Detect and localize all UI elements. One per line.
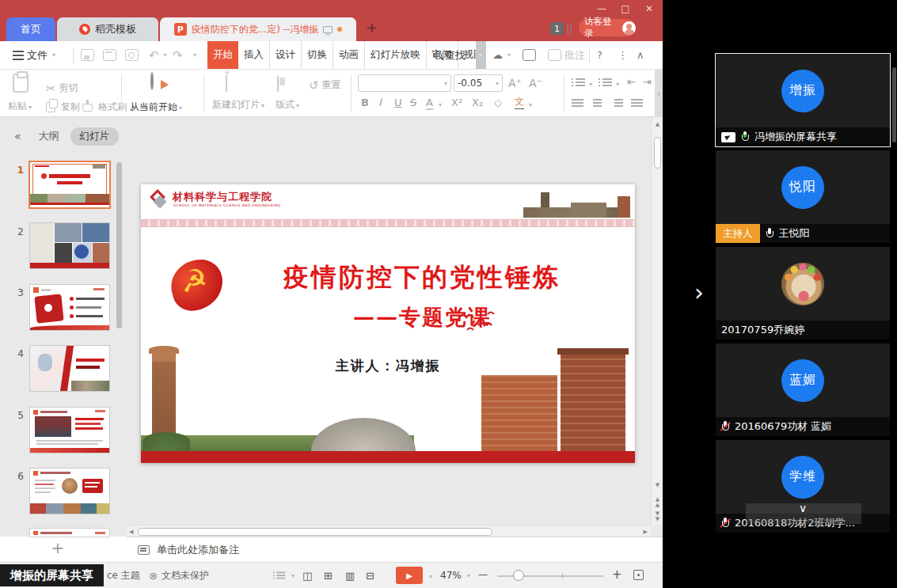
participant-tile-3[interactable]: 20170759乔婉婷 <box>716 247 890 340</box>
horizontal-scrollbar[interactable]: ◀ ▶ <box>127 525 651 537</box>
slideshow-view-icon[interactable]: ⊟ <box>366 570 374 582</box>
subscript-button[interactable]: X₂ <box>472 97 483 108</box>
zoom-level[interactable]: 47%▾ <box>440 563 470 588</box>
chevron-down-icon[interactable]: ▾ <box>429 573 432 580</box>
next-slide-icon[interactable]: ▼▼ <box>652 511 663 522</box>
guest-login-button[interactable]: 访客登录 <box>579 19 636 36</box>
participant-tile-4[interactable]: 蓝媚 20160679功材 蓝媚 <box>716 343 890 436</box>
toolbar-expand-button[interactable]: › <box>655 70 663 117</box>
comment-button[interactable]: 批注 <box>548 41 585 69</box>
maximize-button[interactable]: □ <box>618 3 633 14</box>
numbered-list-icon[interactable] <box>599 78 612 87</box>
normal-view-icon[interactable]: ◫ <box>302 570 312 582</box>
help-button[interactable]: ? <box>597 41 602 69</box>
slide-title[interactable]: 疫情防控下的党性锤炼 <box>236 260 608 295</box>
scrollbar-thumb[interactable] <box>138 528 492 536</box>
zoom-out-button[interactable]: — <box>478 569 488 580</box>
slide-thumbnail-1[interactable] <box>30 162 109 207</box>
tab-count-badge[interactable]: 1 <box>550 22 564 35</box>
ribbon-tabs-overflow-button[interactable]: › <box>476 41 486 69</box>
slide-thumbnail-2[interactable] <box>30 223 109 268</box>
phonetic-guide-button[interactable]: 文 <box>515 95 524 109</box>
minimize-button[interactable]: — <box>594 3 610 14</box>
zoom-slider-handle[interactable] <box>513 570 524 581</box>
panel-expand-icon[interactable]: › <box>694 279 704 306</box>
ribbon-tab-slideshow[interactable]: 幻灯片放映 <box>365 41 427 69</box>
collapse-pane-button[interactable]: « <box>14 130 21 142</box>
shrink-font-button[interactable]: A⁻ <box>529 77 542 89</box>
scroll-down-icon[interactable]: ▼ <box>652 483 663 488</box>
strikethrough-button[interactable]: S <box>410 97 416 108</box>
slide-canvas[interactable]: 材料科学与工程学院 SCHOOL OF MATERIALS SCIENCE AN… <box>141 184 635 463</box>
bullet-list-icon[interactable] <box>572 78 585 87</box>
zoom-in-button[interactable]: + <box>612 567 622 582</box>
reset-button[interactable]: ↺重置 <box>309 71 341 99</box>
clear-format-button[interactable]: ◇ <box>494 97 502 108</box>
font-family-select[interactable]: ▾ <box>358 74 451 92</box>
bold-button[interactable]: B <box>361 97 369 108</box>
new-slide-button[interactable]: 新建幻灯片▾ <box>226 76 227 91</box>
slide-thumbnail-6[interactable] <box>30 469 109 514</box>
more-participants-icon[interactable]: ∨ <box>799 502 807 514</box>
scroll-left-icon[interactable]: ◀ <box>129 529 133 535</box>
new-tab-button[interactable]: + <box>366 21 378 35</box>
scroll-up-icon[interactable]: ▲ <box>652 122 663 127</box>
scrollbar-thumb[interactable] <box>654 137 661 169</box>
cloud-sync-button[interactable]: ☁▾ <box>492 41 511 69</box>
ribbon-tab-design[interactable]: 设计 <box>270 41 302 69</box>
share-button[interactable] <box>523 41 536 69</box>
layout-button[interactable]: 版式▾ <box>277 76 279 91</box>
ribbon-tab-transition[interactable]: 切换 <box>302 41 333 69</box>
theme-label[interactable]: ce 主题 <box>107 563 140 588</box>
font-size-select[interactable]: -0.05▾ <box>454 74 503 92</box>
underline-button[interactable]: U <box>394 97 402 108</box>
superscript-button[interactable]: X² <box>451 97 462 108</box>
previous-slide-icon[interactable]: ▲▲ <box>652 497 663 508</box>
find-button[interactable]: 查找 <box>434 41 466 69</box>
thumbnail-scrollbar[interactable] <box>116 162 122 328</box>
conference-scrollbar[interactable] <box>892 67 896 142</box>
slide-thumbnail-5[interactable] <box>30 408 109 453</box>
print-button[interactable] <box>103 41 116 69</box>
save-button[interactable] <box>81 41 94 69</box>
slide-thumbnail-4[interactable] <box>30 346 109 391</box>
undo-button[interactable]: ↶▾ <box>149 41 167 69</box>
slides-tab[interactable]: 幻灯片 <box>70 127 120 146</box>
redo-button[interactable]: ↷ <box>173 41 183 69</box>
align-left-icon[interactable] <box>572 98 583 108</box>
ribbon-tab-animation[interactable]: 动画 <box>333 41 365 69</box>
tab-template[interactable]: 稻壳模板 <box>57 17 158 41</box>
fit-to-window-icon[interactable] <box>633 570 644 580</box>
preview-button[interactable] <box>125 41 139 69</box>
participant-tile-2[interactable]: 悦阳 主持人 王悦阳 <box>716 150 890 243</box>
participant-tile-5[interactable]: 学维 20160818功材2班胡学... ∨ <box>716 440 890 533</box>
tab-list-icon[interactable] <box>567 23 572 34</box>
justify-icon[interactable] <box>631 98 643 108</box>
quickbar-more-button[interactable]: ▾ <box>192 41 196 69</box>
notes-toggle-button[interactable]: ▾ <box>272 563 295 588</box>
align-right-icon[interactable] <box>611 98 623 108</box>
slide-thumbnail-7-partial[interactable] <box>30 529 109 537</box>
reading-view-icon[interactable]: ▥ <box>345 570 355 582</box>
notes-bar[interactable]: 单击此处添加备注 <box>127 537 663 562</box>
slide-thumbnail-3[interactable] <box>30 285 109 330</box>
slide-subtitle[interactable]: ——专题党课 <box>236 303 608 332</box>
slide-sorter-icon[interactable]: ⊞ <box>324 570 333 582</box>
document-protection[interactable]: ⊗ 文档未保护 <box>149 563 209 588</box>
close-button[interactable]: ✕ <box>641 3 657 14</box>
play-from-current-button[interactable]: 从当前开始▾ <box>150 74 154 89</box>
outline-tab[interactable]: 大纲 <box>39 129 59 143</box>
slideshow-play-button[interactable]: ▶ <box>396 567 423 584</box>
participant-tile-1[interactable]: 增振 冯增振的屏幕共享 <box>716 54 890 146</box>
font-color-button[interactable]: A <box>426 97 433 110</box>
vertical-scrollbar[interactable]: ▲ ▼ ▲▲ ▼▼ <box>651 117 663 525</box>
tab-home[interactable]: 首页 <box>6 17 55 41</box>
indent-icon[interactable]: ⇥ <box>643 76 652 88</box>
file-menu[interactable]: 文件 ▾ <box>13 41 55 69</box>
scroll-right-icon[interactable]: ▶ <box>644 529 648 535</box>
ribbon-tab-home[interactable]: 开始 <box>207 41 238 69</box>
italic-button[interactable]: I <box>378 97 382 108</box>
outdent-icon[interactable]: ⇤ <box>627 76 636 88</box>
grow-font-button[interactable]: A⁺ <box>508 77 522 89</box>
add-slide-button[interactable]: + <box>48 540 68 557</box>
